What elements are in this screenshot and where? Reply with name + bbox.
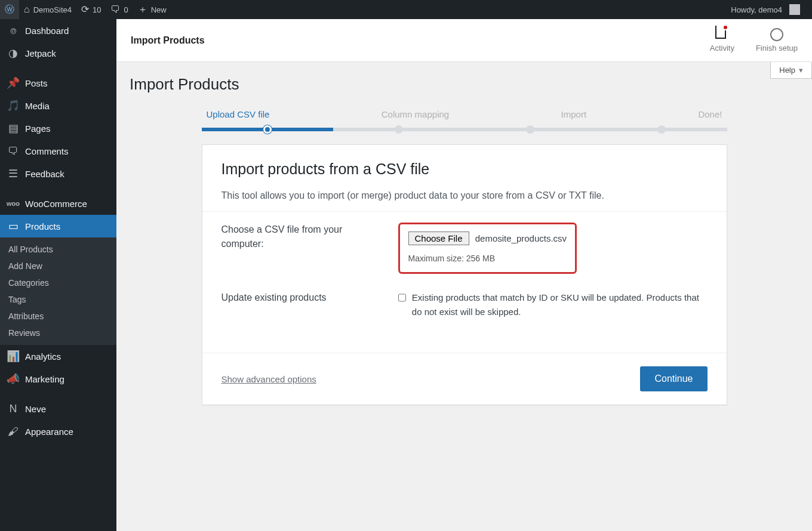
sidebar-item-dashboard[interactable]: ⌾Dashboard (0, 19, 116, 42)
pin-icon: 📌 (7, 77, 19, 89)
sidebar-item-label: Pages (25, 124, 51, 134)
page-heading: Import Products (130, 75, 799, 94)
continue-button[interactable]: Continue (640, 366, 707, 391)
sidebar-item-label: Posts (25, 78, 48, 88)
sidebar-item-analytics[interactable]: 📊Analytics (0, 345, 116, 368)
comment-icon: 🗨 (110, 5, 120, 14)
sidebar-item-appearance[interactable]: 🖌Appearance (0, 420, 116, 429)
page-body: Help Import Products Upload CSV file Col… (116, 62, 812, 429)
account-link[interactable]: Howdy, demo4 (726, 0, 805, 19)
step-dot-2 (395, 125, 403, 134)
submenu-add-new[interactable]: Add New (0, 258, 116, 274)
neve-icon: N (7, 403, 19, 415)
wp-logo[interactable]: ⓦ (0, 0, 19, 19)
stepper-bar (202, 128, 727, 131)
dashboard-icon: ⌾ (7, 24, 19, 36)
step-dot-3 (526, 125, 534, 134)
jetpack-icon: ◑ (7, 47, 19, 59)
choose-file-control: Choose File demosite_products.csv Maximu… (398, 223, 708, 274)
sidebar-item-comments[interactable]: 🗨Comments (0, 140, 116, 162)
products-icon: ▭ (7, 220, 19, 232)
update-existing-description: Existing products that match by ID or SK… (412, 291, 708, 319)
sidebar-item-label: Feedback (25, 169, 64, 179)
site-link[interactable]: ⌂DemoSite4 (19, 0, 76, 19)
sidebar-item-jetpack[interactable]: ◑Jetpack (0, 42, 116, 64)
main-content: Import Products Activity Finish setup He… (116, 19, 812, 429)
help-label: Help (779, 66, 795, 75)
sidebar-item-label: WooCommerce (25, 199, 87, 209)
admin-bar: ⓦ ⌂DemoSite4 ⟳10 🗨0 ＋New Howdy, demo4 (0, 0, 812, 19)
topbar-actions: Activity Finish setup (710, 28, 798, 53)
update-existing-row: Update existing products Existing produc… (222, 291, 708, 319)
step-dot-4 (657, 125, 666, 134)
media-icon: 🎵 (7, 100, 19, 112)
circle-icon (770, 28, 783, 41)
plus-icon: ＋ (138, 5, 147, 14)
submenu-all-products[interactable]: All Products (0, 241, 116, 258)
submenu-reviews[interactable]: Reviews (0, 325, 116, 341)
step-import: Import (561, 109, 587, 119)
updates-link[interactable]: ⟳10 (76, 0, 106, 19)
activity-button[interactable]: Activity (710, 28, 734, 53)
card-header: Import products from a CSV file This too… (202, 145, 727, 211)
site-name: DemoSite4 (33, 5, 72, 14)
sidebar-item-label: Jetpack (25, 48, 56, 58)
pages-icon: ▤ (7, 122, 19, 134)
page-topbar: Import Products Activity Finish setup (116, 19, 812, 62)
updates-count: 10 (93, 5, 101, 14)
sidebar-item-pages[interactable]: ▤Pages (0, 117, 116, 140)
refresh-icon: ⟳ (81, 5, 89, 14)
sidebar-item-label: Products (25, 221, 60, 231)
choose-file-label: Choose a CSV file from your computer: (222, 223, 377, 251)
card-body: Choose a CSV file from your computer: Ch… (202, 211, 727, 353)
sidebar-item-feedback[interactable]: ☰Feedback (0, 162, 116, 185)
new-label: New (151, 5, 167, 14)
choose-file-row: Choose a CSV file from your computer: Ch… (222, 223, 708, 274)
new-link[interactable]: ＋New (133, 0, 171, 19)
sidebar-item-label: Comments (25, 146, 69, 156)
submenu-tags[interactable]: Tags (0, 291, 116, 308)
sidebar-item-media[interactable]: 🎵Media (0, 94, 116, 117)
step-upload: Upload CSV file (207, 109, 270, 119)
choose-file-button[interactable]: Choose File (408, 231, 469, 245)
submenu-categories[interactable]: Categories (0, 274, 116, 291)
avatar (789, 4, 800, 15)
max-size-hint: Maximum size: 256 MB (408, 252, 567, 265)
update-existing-checkbox[interactable] (398, 292, 406, 303)
admin-sidebar: ⌾Dashboard ◑Jetpack 📌Posts 🎵Media ▤Pages… (0, 19, 116, 429)
howdy-text: Howdy, demo4 (731, 5, 782, 14)
separator (0, 185, 116, 192)
submenu-attributes[interactable]: Attributes (0, 308, 116, 325)
step-dot-1 (263, 125, 272, 134)
sidebar-item-posts[interactable]: 📌Posts (0, 72, 116, 94)
comments-link[interactable]: 🗨0 (106, 0, 133, 19)
comment-icon: 🗨 (7, 145, 19, 157)
separator (0, 64, 116, 72)
sidebar-item-label: Dashboard (25, 26, 69, 36)
sidebar-item-label: Analytics (25, 351, 61, 362)
finish-label: Finish setup (756, 44, 798, 53)
step-done: Done! (698, 109, 722, 119)
finish-setup-button[interactable]: Finish setup (756, 28, 798, 53)
sidebar-item-label: Appearance (25, 427, 73, 430)
activity-label: Activity (710, 44, 734, 53)
file-highlight: Choose File demosite_products.csv Maximu… (398, 223, 577, 274)
sidebar-item-products[interactable]: ▭Products (0, 215, 116, 237)
stepper: Upload CSV file Column mapping Import Do… (202, 109, 727, 131)
separator (0, 390, 116, 397)
woo-icon: woo (7, 197, 19, 209)
import-card: Import products from a CSV file This too… (202, 144, 727, 405)
card-footer: Show advanced options Continue (202, 353, 727, 405)
card-title: Import products from a CSV file (222, 160, 708, 178)
sidebar-item-marketing[interactable]: 📣Marketing (0, 368, 116, 390)
sidebar-item-label: Marketing (25, 374, 64, 384)
sidebar-item-neve[interactable]: NNeve (0, 397, 116, 420)
help-tab[interactable]: Help (770, 62, 812, 79)
sidebar-item-woocommerce[interactable]: wooWooCommerce (0, 192, 116, 215)
admin-bar-right: Howdy, demo4 (726, 0, 812, 19)
selected-file-name: demosite_products.csv (475, 233, 567, 243)
feedback-icon: ☰ (7, 168, 19, 180)
admin-bar-left: ⓦ ⌂DemoSite4 ⟳10 🗨0 ＋New (0, 0, 171, 19)
appearance-icon: 🖌 (7, 425, 19, 429)
show-advanced-link[interactable]: Show advanced options (222, 374, 316, 384)
